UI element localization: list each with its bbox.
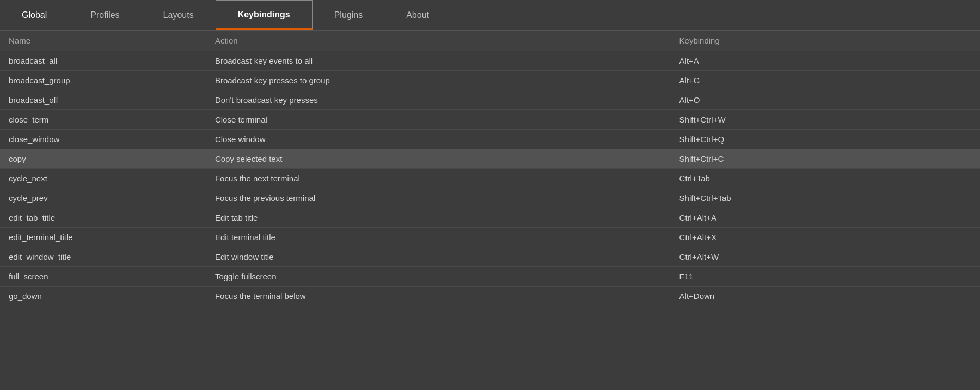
cell-name: go_down [0, 287, 206, 306]
tab-keybindings[interactable]: Keybindings [216, 0, 313, 30]
cell-name: broadcast_all [0, 51, 206, 71]
cell-action: Edit tab title [206, 208, 671, 228]
keybindings-table: NameActionKeybinding broadcast_allBroadc… [0, 31, 980, 306]
cell-keybinding: Alt+O [671, 90, 980, 110]
cell-keybinding: Shift+Ctrl+Q [671, 130, 980, 149]
table-row[interactable]: cycle_prevFocus the previous terminalShi… [0, 188, 980, 208]
cell-keybinding: Ctrl+Tab [671, 169, 980, 188]
cell-name: copy [0, 149, 206, 169]
cell-keybinding: Ctrl+Alt+X [671, 228, 980, 247]
cell-name: edit_terminal_title [0, 228, 206, 247]
cell-action: Broadcast key presses to group [206, 71, 671, 90]
cell-name: broadcast_off [0, 90, 206, 110]
table-row[interactable]: edit_terminal_titleEdit terminal titleCt… [0, 228, 980, 247]
cell-action: Focus the next terminal [206, 169, 671, 188]
cell-action: Close window [206, 130, 671, 149]
cell-action: Don't broadcast key presses [206, 90, 671, 110]
tab-profiles[interactable]: Profiles [69, 0, 141, 30]
tab-plugins[interactable]: Plugins [313, 0, 384, 30]
table-row[interactable]: broadcast_allBroadcast key events to all… [0, 51, 980, 71]
cell-keybinding: Shift+Ctrl+C [671, 149, 980, 169]
table-row[interactable]: full_screenToggle fullscreenF11 [0, 267, 980, 287]
cell-name: close_term [0, 110, 206, 130]
cell-action: Focus the terminal below [206, 287, 671, 306]
cell-name: close_window [0, 130, 206, 149]
table-header: NameActionKeybinding [0, 31, 980, 51]
col-header-name: Name [0, 31, 206, 51]
cell-name: broadcast_group [0, 71, 206, 90]
cell-action: Edit terminal title [206, 228, 671, 247]
cell-keybinding: Shift+Ctrl+W [671, 110, 980, 130]
cell-action: Broadcast key events to all [206, 51, 671, 71]
cell-keybinding: Ctrl+Alt+W [671, 247, 980, 267]
cell-name: cycle_next [0, 169, 206, 188]
cell-name: full_screen [0, 267, 206, 287]
cell-action: Focus the previous terminal [206, 188, 671, 208]
cell-keybinding: Alt+Down [671, 287, 980, 306]
table-container: NameActionKeybinding broadcast_allBroadc… [0, 31, 980, 306]
cell-name: edit_window_title [0, 247, 206, 267]
cell-keybinding: F11 [671, 267, 980, 287]
tab-bar: GlobalProfilesLayoutsKeybindingsPluginsA… [0, 0, 980, 31]
table-row[interactable]: broadcast_offDon't broadcast key presses… [0, 90, 980, 110]
cell-keybinding: Shift+Ctrl+Tab [671, 188, 980, 208]
cell-keybinding: Alt+G [671, 71, 980, 90]
cell-name: cycle_prev [0, 188, 206, 208]
table-row[interactable]: close_windowClose windowShift+Ctrl+Q [0, 130, 980, 149]
tab-global[interactable]: Global [0, 0, 69, 30]
table-body: broadcast_allBroadcast key events to all… [0, 51, 980, 306]
cell-action: Copy selected text [206, 149, 671, 169]
table-row[interactable]: edit_window_titleEdit window titleCtrl+A… [0, 247, 980, 267]
cell-keybinding: Alt+A [671, 51, 980, 71]
col-header-keybinding: Keybinding [671, 31, 980, 51]
table-row[interactable]: cycle_nextFocus the next terminalCtrl+Ta… [0, 169, 980, 188]
table-row[interactable]: copyCopy selected textShift+Ctrl+C [0, 149, 980, 169]
table-row[interactable]: close_termClose terminalShift+Ctrl+W [0, 110, 980, 130]
col-header-action: Action [206, 31, 671, 51]
cell-action: Close terminal [206, 110, 671, 130]
cell-keybinding: Ctrl+Alt+A [671, 208, 980, 228]
table-row[interactable]: edit_tab_titleEdit tab titleCtrl+Alt+A [0, 208, 980, 228]
table-row[interactable]: go_downFocus the terminal belowAlt+Down [0, 287, 980, 306]
table-row[interactable]: broadcast_groupBroadcast key presses to … [0, 71, 980, 90]
tab-layouts[interactable]: Layouts [142, 0, 216, 30]
tab-about[interactable]: About [384, 0, 451, 30]
cell-action: Toggle fullscreen [206, 267, 671, 287]
cell-name: edit_tab_title [0, 208, 206, 228]
cell-action: Edit window title [206, 247, 671, 267]
